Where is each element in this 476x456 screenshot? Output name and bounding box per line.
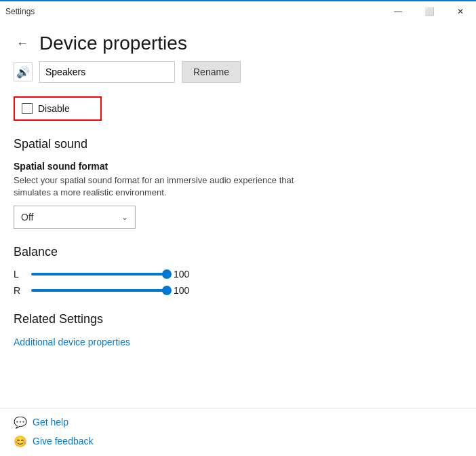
give-feedback-link[interactable]: 😊 Give feedback xyxy=(14,434,462,448)
right-channel-value: 100 xyxy=(174,285,194,296)
back-button[interactable]: ← xyxy=(14,34,31,54)
spatial-format-description: Select your spatial sound format for an … xyxy=(14,174,298,199)
spatial-format-title: Spatial sound format xyxy=(14,161,462,172)
get-help-link[interactable]: 💬 Get help xyxy=(14,415,462,429)
chevron-down-icon: ⌄ xyxy=(121,212,128,222)
speaker-icon: 🔊 xyxy=(14,62,33,81)
right-channel-label: R xyxy=(14,285,24,296)
right-channel-slider[interactable] xyxy=(31,289,167,292)
give-feedback-label: Give feedback xyxy=(33,436,94,446)
dropdown-value: Off xyxy=(21,212,33,223)
spatial-sound-title: Spatial sound xyxy=(14,137,462,151)
spatial-sound-dropdown[interactable]: Off ⌄ xyxy=(14,206,136,229)
main-content: ← Device properties 🔊 Rename Disable Spa… xyxy=(0,22,476,456)
title-bar-left: Settings xyxy=(5,7,35,16)
device-name-input[interactable] xyxy=(39,61,175,83)
device-name-row: 🔊 Rename xyxy=(14,61,462,83)
get-help-label: Get help xyxy=(33,417,68,428)
page-title: Device properties xyxy=(39,33,187,54)
minimize-button[interactable]: — xyxy=(382,1,414,22)
additional-device-properties-link[interactable]: Additional device properties xyxy=(14,337,130,347)
balance-left-row: L 100 xyxy=(14,269,462,280)
related-settings-section: Related Settings Additional device prope… xyxy=(14,312,462,348)
related-settings-title: Related Settings xyxy=(14,312,462,326)
feedback-icon: 😊 xyxy=(14,434,27,448)
title-bar: Settings — ⬜ ✕ xyxy=(0,0,476,22)
balance-section: Balance L 100 R 100 xyxy=(14,245,462,296)
disable-label[interactable]: Disable xyxy=(38,103,70,114)
left-channel-value: 100 xyxy=(174,269,194,280)
disable-checkbox[interactable] xyxy=(22,103,33,114)
window-controls: — ⬜ ✕ xyxy=(382,1,476,22)
app-title: Settings xyxy=(5,7,35,16)
close-button[interactable]: ✕ xyxy=(445,1,476,22)
disable-row: Disable xyxy=(14,96,102,121)
left-channel-label: L xyxy=(14,269,24,280)
page-body: 🔊 Rename Disable Spatial sound Spatial s… xyxy=(0,61,476,408)
left-channel-slider[interactable] xyxy=(31,273,167,276)
help-icon: 💬 xyxy=(14,415,27,429)
left-slider-thumb[interactable] xyxy=(162,269,172,279)
right-slider-thumb[interactable] xyxy=(162,286,172,295)
balance-title: Balance xyxy=(14,245,462,259)
spatial-sound-section: Spatial sound Spatial sound format Selec… xyxy=(14,137,462,229)
balance-right-row: R 100 xyxy=(14,285,462,296)
footer: 💬 Get help 😊 Give feedback xyxy=(0,408,476,456)
maximize-button[interactable]: ⬜ xyxy=(414,1,445,22)
page-header: ← Device properties xyxy=(0,22,476,61)
rename-button[interactable]: Rename xyxy=(182,61,241,83)
